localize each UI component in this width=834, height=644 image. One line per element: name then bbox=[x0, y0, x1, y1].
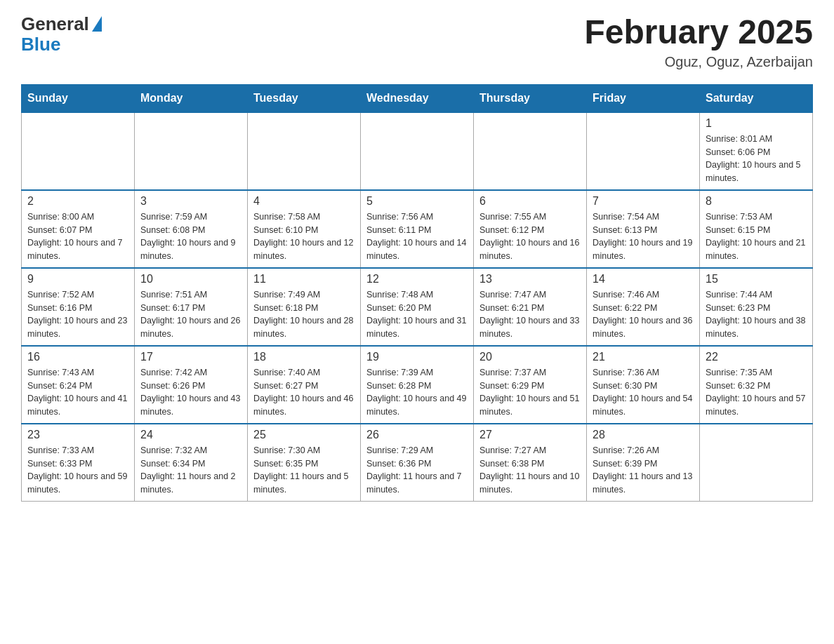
day-info: Sunrise: 7:43 AMSunset: 6:24 PMDaylight:… bbox=[27, 366, 128, 419]
logo-general-text: General bbox=[21, 14, 89, 34]
day-header-wednesday: Wednesday bbox=[361, 84, 474, 112]
calendar-cell bbox=[700, 424, 813, 502]
day-number: 27 bbox=[479, 429, 581, 441]
calendar-cell: 16Sunrise: 7:43 AMSunset: 6:24 PMDayligh… bbox=[22, 346, 135, 424]
day-info: Sunrise: 8:01 AMSunset: 6:06 PMDaylight:… bbox=[706, 133, 807, 185]
day-number: 15 bbox=[706, 273, 807, 286]
calendar-cell bbox=[474, 112, 587, 190]
calendar-cell: 3Sunrise: 7:59 AMSunset: 6:08 PMDaylight… bbox=[135, 190, 248, 268]
day-number: 14 bbox=[593, 273, 694, 286]
day-number: 12 bbox=[366, 273, 468, 286]
calendar-cell: 2Sunrise: 8:00 AMSunset: 6:07 PMDaylight… bbox=[22, 190, 135, 268]
day-number: 22 bbox=[706, 351, 807, 363]
calendar-cell: 6Sunrise: 7:55 AMSunset: 6:12 PMDaylight… bbox=[474, 190, 587, 268]
day-number: 8 bbox=[706, 195, 807, 208]
day-info: Sunrise: 7:30 AMSunset: 6:35 PMDaylight:… bbox=[253, 444, 355, 497]
day-header-saturday: Saturday bbox=[700, 84, 813, 112]
calendar-cell: 24Sunrise: 7:32 AMSunset: 6:34 PMDayligh… bbox=[135, 424, 248, 502]
calendar-week-row: 1Sunrise: 8:01 AMSunset: 6:06 PMDaylight… bbox=[22, 112, 813, 190]
day-info: Sunrise: 7:32 AMSunset: 6:34 PMDaylight:… bbox=[140, 444, 241, 497]
day-info: Sunrise: 7:56 AMSunset: 6:11 PMDaylight:… bbox=[366, 210, 468, 263]
day-number: 21 bbox=[593, 351, 694, 363]
day-number: 2 bbox=[27, 195, 128, 208]
day-info: Sunrise: 7:44 AMSunset: 6:23 PMDaylight:… bbox=[706, 288, 807, 341]
day-number: 1 bbox=[706, 117, 807, 130]
day-number: 17 bbox=[140, 351, 241, 363]
calendar-cell: 8Sunrise: 7:53 AMSunset: 6:15 PMDaylight… bbox=[700, 190, 813, 268]
calendar-cell bbox=[135, 112, 248, 190]
day-header-friday: Friday bbox=[587, 84, 700, 112]
calendar-cell: 17Sunrise: 7:42 AMSunset: 6:26 PMDayligh… bbox=[135, 346, 248, 424]
day-info: Sunrise: 7:39 AMSunset: 6:28 PMDaylight:… bbox=[366, 366, 468, 419]
day-number: 11 bbox=[253, 273, 355, 286]
logo-triangle-icon bbox=[92, 16, 102, 32]
day-info: Sunrise: 7:37 AMSunset: 6:29 PMDaylight:… bbox=[479, 366, 581, 419]
day-info: Sunrise: 8:00 AMSunset: 6:07 PMDaylight:… bbox=[27, 210, 128, 263]
day-number: 6 bbox=[479, 195, 581, 208]
calendar-week-row: 9Sunrise: 7:52 AMSunset: 6:16 PMDaylight… bbox=[22, 268, 813, 346]
day-info: Sunrise: 7:49 AMSunset: 6:18 PMDaylight:… bbox=[253, 288, 355, 341]
calendar-cell: 23Sunrise: 7:33 AMSunset: 6:33 PMDayligh… bbox=[22, 424, 135, 502]
calendar-table: SundayMondayTuesdayWednesdayThursdayFrid… bbox=[21, 84, 813, 502]
day-header-thursday: Thursday bbox=[474, 84, 587, 112]
logo-blue-text: Blue bbox=[21, 34, 60, 55]
day-info: Sunrise: 7:59 AMSunset: 6:08 PMDaylight:… bbox=[140, 210, 241, 263]
calendar-cell: 10Sunrise: 7:51 AMSunset: 6:17 PMDayligh… bbox=[135, 268, 248, 346]
day-number: 25 bbox=[253, 429, 355, 441]
calendar-week-row: 16Sunrise: 7:43 AMSunset: 6:24 PMDayligh… bbox=[22, 346, 813, 424]
calendar-cell: 21Sunrise: 7:36 AMSunset: 6:30 PMDayligh… bbox=[587, 346, 700, 424]
day-info: Sunrise: 7:51 AMSunset: 6:17 PMDaylight:… bbox=[140, 288, 241, 341]
day-info: Sunrise: 7:42 AMSunset: 6:26 PMDaylight:… bbox=[140, 366, 241, 419]
header: General Blue February 2025 Oguz, Oguz, A… bbox=[21, 14, 813, 70]
calendar-cell: 22Sunrise: 7:35 AMSunset: 6:32 PMDayligh… bbox=[700, 346, 813, 424]
day-number: 24 bbox=[140, 429, 241, 441]
calendar-cell: 13Sunrise: 7:47 AMSunset: 6:21 PMDayligh… bbox=[474, 268, 587, 346]
day-number: 28 bbox=[593, 429, 694, 441]
calendar-cell: 25Sunrise: 7:30 AMSunset: 6:35 PMDayligh… bbox=[248, 424, 361, 502]
calendar-week-row: 23Sunrise: 7:33 AMSunset: 6:33 PMDayligh… bbox=[22, 424, 813, 502]
calendar-cell: 14Sunrise: 7:46 AMSunset: 6:22 PMDayligh… bbox=[587, 268, 700, 346]
calendar-cell: 26Sunrise: 7:29 AMSunset: 6:36 PMDayligh… bbox=[361, 424, 474, 502]
logo: General Blue bbox=[21, 14, 102, 54]
day-number: 4 bbox=[253, 195, 355, 208]
day-number: 7 bbox=[593, 195, 694, 208]
day-number: 19 bbox=[366, 351, 468, 363]
calendar-cell bbox=[248, 112, 361, 190]
page-title: February 2025 bbox=[584, 14, 813, 51]
calendar-cell bbox=[22, 112, 135, 190]
day-info: Sunrise: 7:47 AMSunset: 6:21 PMDaylight:… bbox=[479, 288, 581, 341]
day-info: Sunrise: 7:27 AMSunset: 6:38 PMDaylight:… bbox=[479, 444, 581, 497]
day-number: 10 bbox=[140, 273, 241, 286]
day-info: Sunrise: 7:33 AMSunset: 6:33 PMDaylight:… bbox=[27, 444, 128, 497]
calendar-header-row: SundayMondayTuesdayWednesdayThursdayFrid… bbox=[22, 84, 813, 112]
day-info: Sunrise: 7:55 AMSunset: 6:12 PMDaylight:… bbox=[479, 210, 581, 263]
day-info: Sunrise: 7:29 AMSunset: 6:36 PMDaylight:… bbox=[366, 444, 468, 497]
day-number: 23 bbox=[27, 429, 128, 441]
calendar-cell bbox=[587, 112, 700, 190]
day-info: Sunrise: 7:36 AMSunset: 6:30 PMDaylight:… bbox=[593, 366, 694, 419]
day-number: 16 bbox=[27, 351, 128, 363]
day-number: 3 bbox=[140, 195, 241, 208]
day-number: 9 bbox=[27, 273, 128, 286]
day-number: 5 bbox=[366, 195, 468, 208]
calendar-cell: 7Sunrise: 7:54 AMSunset: 6:13 PMDaylight… bbox=[587, 190, 700, 268]
day-info: Sunrise: 7:54 AMSunset: 6:13 PMDaylight:… bbox=[593, 210, 694, 263]
day-number: 13 bbox=[479, 273, 581, 286]
title-area: February 2025 Oguz, Oguz, Azerbaijan bbox=[584, 14, 813, 70]
calendar-cell: 1Sunrise: 8:01 AMSunset: 6:06 PMDaylight… bbox=[700, 112, 813, 190]
calendar-cell: 9Sunrise: 7:52 AMSunset: 6:16 PMDaylight… bbox=[22, 268, 135, 346]
day-info: Sunrise: 7:53 AMSunset: 6:15 PMDaylight:… bbox=[706, 210, 807, 263]
calendar-cell: 15Sunrise: 7:44 AMSunset: 6:23 PMDayligh… bbox=[700, 268, 813, 346]
calendar-cell: 19Sunrise: 7:39 AMSunset: 6:28 PMDayligh… bbox=[361, 346, 474, 424]
day-info: Sunrise: 7:35 AMSunset: 6:32 PMDaylight:… bbox=[706, 366, 807, 419]
calendar-cell: 12Sunrise: 7:48 AMSunset: 6:20 PMDayligh… bbox=[361, 268, 474, 346]
location-subtitle: Oguz, Oguz, Azerbaijan bbox=[584, 54, 813, 70]
day-header-monday: Monday bbox=[135, 84, 248, 112]
day-number: 18 bbox=[253, 351, 355, 363]
day-info: Sunrise: 7:52 AMSunset: 6:16 PMDaylight:… bbox=[27, 288, 128, 341]
day-info: Sunrise: 7:46 AMSunset: 6:22 PMDaylight:… bbox=[593, 288, 694, 341]
day-header-tuesday: Tuesday bbox=[248, 84, 361, 112]
calendar-cell: 20Sunrise: 7:37 AMSunset: 6:29 PMDayligh… bbox=[474, 346, 587, 424]
calendar-cell: 11Sunrise: 7:49 AMSunset: 6:18 PMDayligh… bbox=[248, 268, 361, 346]
calendar-cell: 28Sunrise: 7:26 AMSunset: 6:39 PMDayligh… bbox=[587, 424, 700, 502]
